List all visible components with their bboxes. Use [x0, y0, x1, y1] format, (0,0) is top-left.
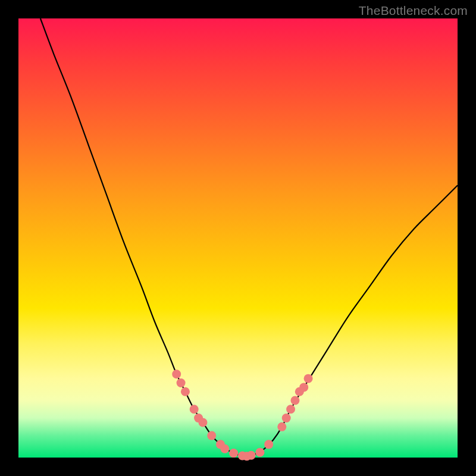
- data-marker: [207, 431, 216, 440]
- data-marker: [264, 440, 273, 449]
- curve-layer: [18, 18, 458, 458]
- curve-left-branch: [40, 18, 247, 457]
- curve-right-branch: [247, 185, 458, 456]
- data-marker: [198, 418, 207, 427]
- data-marker: [290, 396, 299, 405]
- data-marker: [277, 422, 286, 431]
- data-marker: [282, 414, 291, 422]
- data-marker: [190, 405, 199, 414]
- data-marker: [181, 387, 190, 396]
- data-marker: [299, 383, 308, 392]
- data-marker: [255, 448, 264, 457]
- data-marker: [177, 378, 186, 387]
- data-marker: [172, 369, 181, 378]
- data-marker: [247, 451, 256, 460]
- chart-frame: TheBottleneck.com: [0, 0, 476, 476]
- data-marker: [220, 444, 229, 453]
- bottleneck-curve-left: [40, 18, 247, 457]
- data-marker: [229, 449, 238, 458]
- watermark-text: TheBottleneck.com: [359, 4, 468, 18]
- data-marker: [304, 374, 313, 383]
- data-markers: [172, 369, 312, 461]
- bottleneck-curve-right: [247, 185, 458, 456]
- data-marker: [286, 405, 295, 414]
